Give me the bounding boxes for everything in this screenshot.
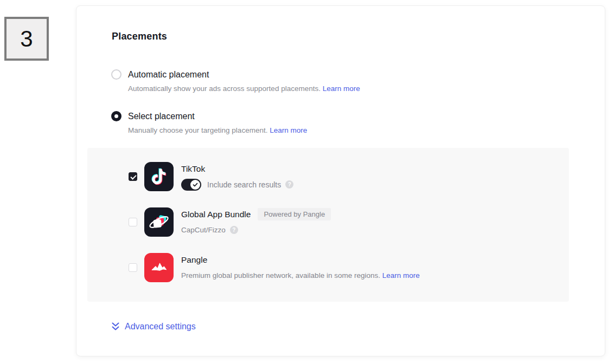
pangle-learn-more-link[interactable]: Learn more (382, 271, 420, 280)
global-app-bundle-label: Global App Bundle (181, 210, 251, 219)
tiktok-label: TikTok (181, 164, 205, 174)
pangle-description: Premium global publisher network, availa… (181, 271, 420, 280)
placement-row-global-app-bundle: Global App Bundle Powered by Pangle CapC… (129, 207, 553, 237)
select-placement-radio[interactable] (111, 111, 121, 121)
select-placement-label[interactable]: Select placement (128, 112, 195, 121)
placements-card: Placements Automatic placement Automatic… (76, 5, 605, 356)
global-app-bundle-logo-icon (144, 207, 174, 237)
select-placement-option: Select placement Manually choose your ta… (111, 111, 307, 134)
advanced-settings-label: Advanced settings (125, 322, 196, 332)
page: 3 Placements Automatic placement Automat… (0, 0, 614, 364)
include-search-results-toggle[interactable] (181, 179, 201, 191)
pangle-checkbox[interactable] (129, 263, 137, 272)
placement-row-tiktok: TikTok Include search results ? (129, 162, 553, 191)
placement-list-panel: TikTok Include search results ? (87, 148, 569, 302)
pangle-label: Pangle (181, 255, 207, 265)
automatic-placement-learn-more-link[interactable]: Learn more (323, 84, 360, 93)
automatic-placement-radio[interactable] (111, 69, 121, 80)
global-app-bundle-checkbox[interactable] (129, 218, 137, 226)
automatic-placement-option: Automatic placement Automatically show y… (111, 69, 360, 93)
tiktok-checkbox[interactable] (129, 172, 137, 181)
powered-by-pangle-badge: Powered by Pangle (258, 208, 331, 220)
toggle-check-icon (190, 180, 200, 190)
pangle-logo-icon (144, 253, 174, 282)
section-title: Placements (112, 31, 167, 42)
tiktok-logo-icon (144, 162, 174, 191)
automatic-placement-description: Automatically show your ads across suppo… (128, 84, 360, 93)
select-placement-description: Manually choose your targeting placement… (128, 126, 307, 134)
step-number: 3 (20, 26, 33, 52)
tiktok-info-icon[interactable]: ? (285, 180, 293, 188)
advanced-settings-link[interactable]: Advanced settings (111, 322, 196, 332)
automatic-placement-label[interactable]: Automatic placement (128, 70, 209, 80)
double-chevron-down-icon (111, 322, 120, 332)
placement-row-pangle: Pangle Premium global publisher network,… (129, 253, 553, 282)
global-app-bundle-info-icon[interactable]: ? (230, 226, 238, 234)
include-search-results-label: Include search results (207, 180, 281, 189)
step-number-box: 3 (4, 17, 49, 61)
select-placement-learn-more-link[interactable]: Learn more (270, 126, 307, 134)
global-app-bundle-subtitle: CapCut/Fizzo (181, 226, 226, 234)
